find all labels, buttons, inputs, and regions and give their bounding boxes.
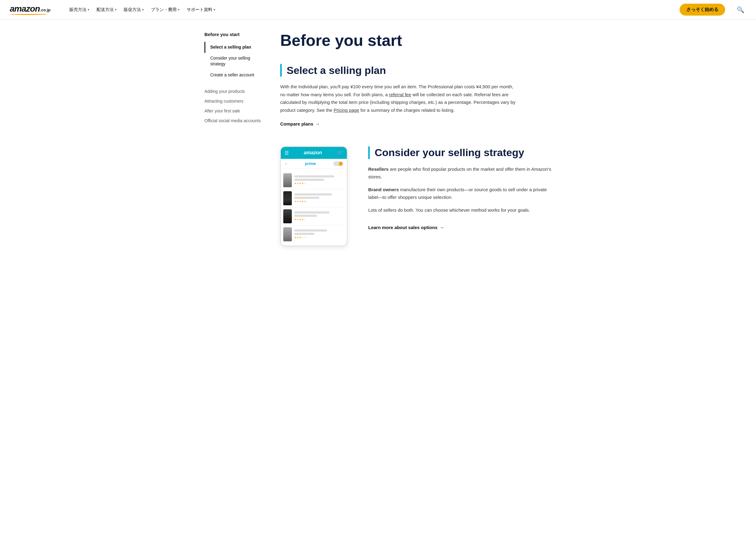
product-bar-short	[294, 179, 324, 181]
sidebar-item-select-plan[interactable]: Select a selling plan	[204, 42, 266, 53]
phone-cart-icon: 🛒	[337, 150, 343, 156]
resellers-para: Resellers are people who find popular pr…	[368, 165, 552, 181]
logo-smile	[10, 13, 50, 15]
section-heading-select-plan: Select a selling plan	[280, 64, 552, 77]
prime-check-icon: ✓	[285, 162, 288, 166]
section-selling-strategy: ☰ amazon 🛒 ✓ prime	[280, 146, 552, 246]
phone-product-row: ★★★★☆	[283, 171, 344, 189]
nav-item-plan-cost[interactable]: プラン・費用 ▾	[148, 5, 182, 14]
pricing-page-link[interactable]: Pricing page	[334, 108, 359, 113]
brand-owners-para: Brand owners manufacture their own produ…	[368, 186, 552, 201]
product-title-bar	[294, 229, 327, 231]
logo[interactable]: amazon .co.jp	[10, 5, 50, 15]
section-heading-strategy: Consider your selling strategy	[368, 146, 552, 159]
sidebar-section-title: Before you start	[204, 32, 266, 37]
product-image	[283, 173, 292, 187]
section-title-select-plan: Select a selling plan	[287, 64, 386, 76]
product-image	[283, 209, 292, 223]
sidebar-item-social-media[interactable]: Official social media accounts	[204, 116, 266, 126]
search-icon: 🔍	[737, 6, 744, 13]
phone-prime-bar: ✓ prime	[281, 159, 347, 169]
chevron-down-icon: ▾	[115, 8, 116, 11]
product-title-bar	[294, 211, 329, 214]
chevron-down-icon: ▾	[178, 8, 179, 11]
phone-header: ☰ amazon 🛒	[281, 147, 347, 159]
product-stars: ★★★★☆	[294, 182, 344, 185]
phone-logo: amazon	[304, 150, 322, 155]
page-title: Before you start	[280, 32, 552, 49]
compare-plans-link[interactable]: Compare plans →	[280, 120, 320, 128]
sidebar-other-group: Adding your products Attracting customer…	[204, 86, 266, 126]
logo-suffix: .co.jp	[40, 8, 50, 12]
product-info: ★★★★☆	[294, 211, 344, 221]
product-info: ★★★★☆	[294, 175, 344, 185]
nav-item-hanpokuhouhou[interactable]: 販促方法 ▾	[121, 5, 147, 14]
sidebar-item-create-account[interactable]: Create a seller account	[204, 70, 266, 81]
both-sellers-para: Lots of sellers do both. You can choose …	[368, 206, 552, 214]
section-text-strategy: Consider your selling strategy Resellers…	[368, 146, 552, 231]
product-image	[283, 227, 292, 241]
logo-text: amazon	[10, 5, 40, 13]
chevron-down-icon: ▾	[142, 8, 143, 11]
product-stars: ★★★★★	[294, 200, 344, 203]
phone-product-list: ★★★★☆ ★★★★★	[281, 169, 347, 246]
phone-menu-icon: ☰	[285, 150, 289, 156]
sidebar-item-attracting-customers[interactable]: Attracting customers	[204, 96, 266, 106]
main-content: Before you start Select a selling plan W…	[280, 32, 552, 265]
product-bar-short	[294, 197, 319, 199]
product-stars: ★★★★☆	[294, 218, 344, 221]
sidebar-item-selling-strategy[interactable]: Consider your selling strategy	[204, 53, 266, 70]
sidebar: Before you start Select a selling plan C…	[204, 32, 266, 265]
product-info: ★★★☆☆	[294, 229, 344, 239]
phone-product-row: ★★★☆☆	[283, 225, 344, 243]
nav-item-haisouhouhou[interactable]: 配送方法 ▾	[93, 5, 119, 14]
prime-label: prime	[305, 161, 316, 166]
site-header: amazon .co.jp 販売方法 ▾ 配送方法 ▾ 販促方法 ▾ プラン・費…	[0, 0, 756, 20]
search-icon-button[interactable]: 🔍	[735, 4, 746, 15]
product-title-bar	[294, 175, 334, 177]
arrow-icon: →	[315, 120, 320, 128]
phone-mockup: ☰ amazon 🛒 ✓ prime	[280, 146, 348, 246]
product-image	[283, 191, 292, 205]
sidebar-item-adding-products[interactable]: Adding your products	[204, 86, 266, 96]
main-nav: 販売方法 ▾ 配送方法 ▾ 販促方法 ▾ プラン・費用 ▾ サポート資料 ▾	[66, 5, 670, 14]
arrow-icon: →	[440, 225, 444, 230]
section-title-strategy: Consider your selling strategy	[375, 147, 524, 159]
start-cta-button[interactable]: さっそく始める	[680, 4, 725, 16]
phone-product-row: ★★★★☆	[283, 207, 344, 225]
page-layout: Before you start Select a selling plan C…	[195, 20, 561, 277]
product-stars: ★★★☆☆	[294, 236, 344, 239]
chevron-down-icon: ▾	[214, 8, 215, 11]
chevron-down-icon: ▾	[88, 8, 89, 11]
phone-product-row: ★★★★★	[283, 189, 344, 207]
learn-more-sales-link[interactable]: Learn more about sales options →	[368, 225, 444, 230]
section-select-plan: Select a selling plan With the Individua…	[280, 64, 552, 128]
section-bar-icon	[280, 64, 282, 77]
prime-toggle[interactable]	[333, 161, 343, 166]
referral-fee-link[interactable]: referral fee	[389, 92, 411, 97]
product-title-bar	[294, 193, 332, 196]
sidebar-item-after-first-sale[interactable]: After your first sale	[204, 106, 266, 116]
section-bar-icon	[368, 146, 370, 159]
brand-owners-bold: Brand owners	[368, 187, 399, 192]
section-text-select-plan: With the Individual plan, you'll pay ¥10…	[280, 83, 518, 114]
nav-item-hanbahouhou[interactable]: 販売方法 ▾	[66, 5, 92, 14]
resellers-bold: Resellers	[368, 166, 389, 172]
phone-mockup-area: ☰ amazon 🛒 ✓ prime	[280, 146, 354, 246]
product-info: ★★★★★	[294, 193, 344, 203]
product-bar-short	[294, 233, 314, 235]
section-body-select-plan: With the Individual plan, you'll pay ¥10…	[280, 83, 518, 128]
sidebar-active-group: Select a selling plan Consider your sell…	[204, 42, 266, 80]
product-bar-short	[294, 215, 317, 217]
nav-item-support[interactable]: サポート資料 ▾	[184, 5, 218, 14]
